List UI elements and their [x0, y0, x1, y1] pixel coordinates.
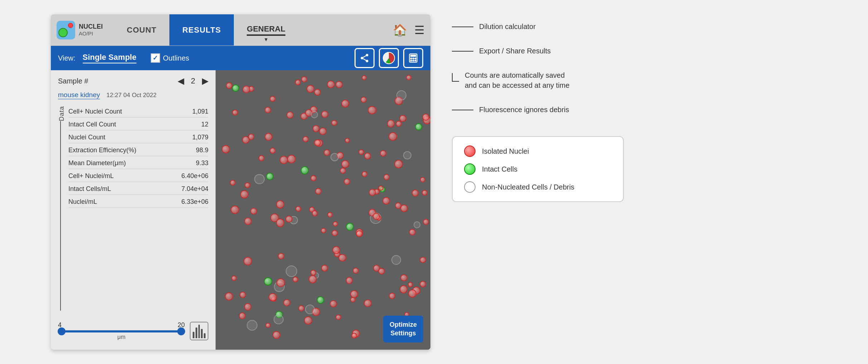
svg-point-9 [415, 58, 416, 59]
legend-label: Intact Cells [482, 165, 517, 173]
calculator-button[interactable] [403, 48, 423, 68]
cell-red [310, 175, 317, 181]
cell-red [341, 160, 349, 168]
cell-gray [274, 315, 283, 324]
histogram-button[interactable] [190, 322, 208, 340]
cell-red [312, 210, 318, 216]
optimize-settings-button[interactable]: OptimizeSettings [383, 316, 423, 343]
cell-red [321, 265, 328, 272]
cell-red [315, 188, 322, 195]
slider-thumb-left[interactable] [58, 327, 66, 335]
cell-red [408, 289, 416, 298]
cell-red [276, 278, 285, 287]
slider-thumb-right[interactable] [177, 327, 185, 335]
cell-red [287, 155, 296, 163]
sample-meta-row: mouse kidney 12:27 04 Oct 2022 [58, 91, 208, 104]
cell-gray [403, 151, 411, 159]
cell-red [422, 114, 429, 121]
table-row: Intact Cell Count 12 [68, 119, 208, 130]
cell-red [412, 190, 419, 197]
saved-counts-label: Counts are automatically savedand can be… [465, 70, 569, 90]
table-row: Nuclei/mL 6.33e+06 [68, 196, 208, 208]
tab-general[interactable]: GENERAL [234, 24, 298, 36]
cell-red [420, 257, 426, 263]
cell-red [362, 75, 367, 81]
cell-red [387, 120, 395, 127]
export-share-label: Export / Share Results [479, 46, 551, 56]
cell-red [321, 111, 328, 118]
cell-red [239, 312, 245, 319]
cell-red [344, 178, 350, 185]
prev-sample-button[interactable]: ◀ [178, 76, 184, 86]
tab-results[interactable]: RESULTS [169, 14, 234, 46]
nav-tabs: COUNT RESULTS GENERAL [114, 14, 393, 46]
outlines-checkbox[interactable] [151, 53, 160, 63]
cell-red [394, 160, 403, 168]
sample-nav: Sample # ◀ 2 ▶ [58, 76, 208, 86]
cell-red [327, 81, 334, 88]
cell-red [373, 213, 380, 220]
pie-chart-button[interactable] [379, 48, 399, 68]
cell-red [351, 333, 357, 339]
cell-gray [391, 255, 401, 265]
row-value: 98.9 [196, 147, 208, 154]
cell-red [276, 200, 284, 209]
row-value: 9.33 [196, 159, 208, 167]
view-value[interactable]: Single Sample [83, 53, 136, 63]
row-label: Extraction Efficiency(%) [68, 147, 136, 154]
cell-red [226, 82, 232, 89]
cell-red [309, 275, 317, 283]
svg-point-1 [361, 57, 363, 59]
cell-red [389, 132, 397, 141]
table-row: Cell+ Nuclei Count 1,091 [68, 106, 208, 118]
cell-red [356, 230, 363, 237]
view-bar: View: Single Sample Outlines [51, 46, 430, 70]
dilution-calculator-annotation: Dilution calculator [452, 21, 817, 32]
fluorescence-label: Fluorescence ignores debris [479, 105, 569, 115]
dilution-calculator-label: Dilution calculator [479, 21, 536, 32]
corner-bracket-icon [452, 73, 459, 82]
row-value: 1,091 [192, 108, 208, 115]
view-label: View: [58, 54, 76, 62]
tab-count[interactable]: COUNT [114, 14, 169, 46]
cell-red [240, 292, 246, 298]
svg-point-0 [366, 54, 368, 56]
svg-point-8 [413, 58, 414, 59]
cell-red [378, 186, 384, 191]
fluorescence-annotation: Fluorescence ignores debris [452, 105, 817, 115]
legend-circle-green [464, 163, 476, 175]
share-button[interactable] [355, 48, 375, 68]
circle-red-icon [68, 23, 73, 28]
app-panel: NUCLEI AO/PI COUNT RESULTS GENERAL 🏠 ☰ V… [51, 14, 430, 350]
cell-red [283, 299, 290, 306]
cell-red [369, 189, 376, 196]
cell-gray [311, 111, 318, 118]
data-rows: Cell+ Nuclei Count 1,091 Intact Cell Cou… [68, 106, 208, 311]
view-icons [355, 48, 423, 68]
cell-red [423, 219, 429, 225]
cell-red [295, 206, 301, 212]
menu-button[interactable]: ☰ [414, 23, 425, 37]
cell-red [321, 228, 327, 234]
row-value: 6.40e+06 [181, 172, 208, 180]
sample-name[interactable]: mouse kidney [58, 91, 100, 99]
cell-red [333, 221, 338, 227]
cell-green [266, 173, 274, 180]
dilution-arrow-line [452, 27, 473, 27]
row-label: Mean Diameter(μm) [68, 159, 126, 167]
cell-red [336, 315, 341, 320]
slider-track[interactable] [62, 330, 181, 332]
cell-red [332, 230, 338, 236]
table-row: Cell+ Nuclei/mL 6.40e+06 [68, 171, 208, 182]
legend-circle-red [464, 145, 476, 157]
cell-red [420, 177, 425, 182]
cell-red [240, 190, 248, 198]
page-wrapper: NUCLEI AO/PI COUNT RESULTS GENERAL 🏠 ☰ V… [40, 4, 828, 360]
home-button[interactable]: 🏠 [393, 23, 407, 37]
svg-line-4 [363, 56, 366, 58]
next-sample-button[interactable]: ▶ [202, 76, 208, 86]
svg-point-2 [366, 60, 368, 62]
cell-red [389, 293, 395, 299]
data-section: Data Cell+ Nuclei Count 1,091 Intact Cel… [58, 106, 208, 311]
svg-point-7 [411, 58, 412, 59]
